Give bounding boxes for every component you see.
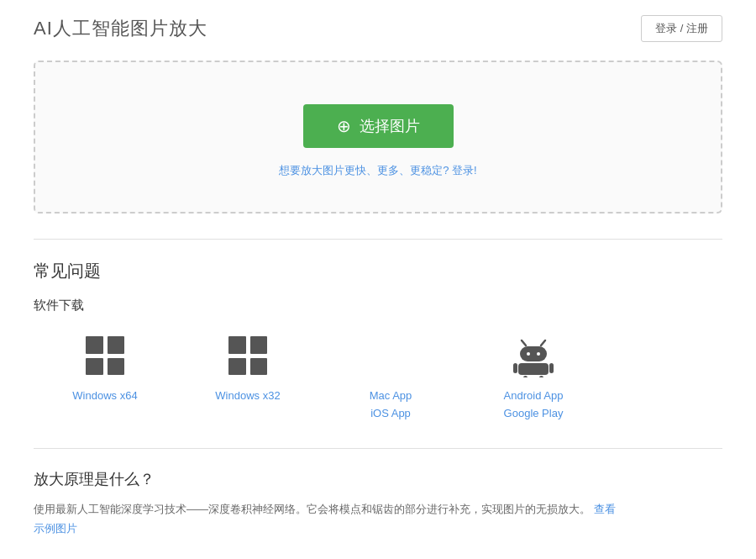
page-title: AI人工智能图片放大 [34,16,207,41]
choose-image-label: 选择图片 [360,116,420,136]
android-app-link[interactable]: Android App [504,388,564,405]
google-play-link[interactable]: Google Play [504,405,564,423]
windows-x32-link[interactable]: Windows x32 [215,388,280,405]
ios-app-link[interactable]: iOS App [370,405,412,423]
download-title: 软件下载 [34,298,722,314]
download-item-mac[interactable]: Mac App iOS App [319,330,462,423]
upload-area: ⊕ 选择图片 想要放大图片更快、更多、更稳定? 登录! [34,61,722,214]
plus-circle-icon: ⊕ [337,116,351,136]
upload-hint: 想要放大图片更快、更多、更稳定? 登录! [52,163,704,178]
faq-title: 常见问题 [34,260,722,282]
svg-point-3 [527,352,530,356]
section-divider-2 [34,448,722,449]
header: AI人工智能图片放大 登录 / 注册 [34,0,722,52]
principle-title: 放大原理是什么？ [34,469,722,489]
windows-x32-icon [223,330,273,381]
download-item-windows-x32[interactable]: Windows x32 [176,330,319,405]
svg-rect-6 [513,363,517,373]
principle-text: 使用最新人工智能深度学习技术——深度卷积神经网络。它会将模点和锯齿的部分进行补充… [34,499,722,539]
svg-line-0 [522,340,526,345]
choose-image-button[interactable]: ⊕ 选择图片 [303,104,454,148]
windows-x64-icon [80,330,130,381]
svg-rect-5 [518,363,549,375]
mac-app-link[interactable]: Mac App [370,388,412,405]
svg-line-1 [541,340,545,345]
svg-rect-7 [549,363,554,373]
apple-icon [365,330,416,381]
svg-point-4 [537,352,540,356]
download-grid: Windows x64 Windows x32 M [34,330,722,423]
android-icon [508,330,559,381]
download-item-android[interactable]: Android App Google Play [462,330,605,423]
login-link[interactable]: 登录! [452,164,477,177]
svg-rect-2 [520,346,547,361]
download-item-windows-x64[interactable]: Windows x64 [34,330,176,405]
svg-rect-8 [523,376,528,377]
login-button[interactable]: 登录 / 注册 [641,15,722,42]
svg-rect-9 [539,376,543,377]
section-divider [34,239,722,240]
windows-x64-link[interactable]: Windows x64 [72,388,137,405]
